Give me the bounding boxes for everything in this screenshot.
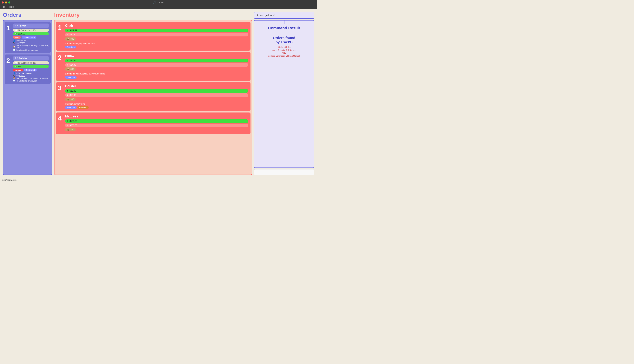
orders-found-subtitle: (Order with thename Charlotte OR Bernice…: [268, 46, 300, 57]
order-date-2: 🕐 13 Oct 2022 <13:12>: [13, 61, 49, 64]
inv-card-3[interactable]: 3 Bolster ⬆ $20.00 ⬇ $10.00 📦 300: [56, 82, 250, 111]
order-address-row-2: 🏠 Blk 11 Ang Mo Kio Street 74, #11-04: [13, 77, 49, 80]
badge-paid-1: Paid: [13, 36, 21, 39]
home-icon: 🏠: [13, 46, 16, 48]
inv-details-4: Mattress ⬆ $500.00 ⬇ $200.00 📦 300: [65, 114, 248, 132]
stock-icon-1: 📦: [67, 38, 70, 40]
inv-details-3: Bolster ⬆ $20.00 ⬇ $10.00 📦 300 Premium …: [65, 84, 248, 109]
result-count-text: 2 order(s) found!: [257, 14, 275, 17]
down-arrow-icon-2: ⬇: [67, 64, 69, 66]
command-input[interactable]: [254, 169, 314, 175]
inv-card-4[interactable]: 4 Mattress ⬆ $500.00 ⬇ $200.00 📦 300: [56, 112, 250, 134]
clock-icon-2: 🕐: [15, 62, 17, 64]
inv-price-high-3: ⬆ $20.00: [65, 89, 248, 93]
orders-found-title: Orders found by TrackO: [268, 36, 300, 44]
inventory-section-title: Inventory: [54, 12, 252, 18]
main-content: Orders 1 4 * Pillow 🕐 12 Oct 2022 <12:15…: [0, 9, 317, 178]
order-price-1: 💵 $119.96: [13, 32, 49, 35]
inv-details-2: Pillow ⬆ $29.99 ⬇ $14.99 📦 300 Ergonomic…: [65, 54, 248, 79]
inv-tag-premium-3: Premium: [78, 106, 89, 109]
command-result-title: Command Result: [268, 26, 300, 30]
inv-price-high-1: ⬆ $149.99: [65, 29, 248, 32]
minimize-button[interactable]: [5, 2, 7, 4]
order-address-row-1: 🏠 Blk 30 Lorong 3 Serangoon Gardens, #07…: [13, 44, 49, 49]
order-price-2: 💵 $60.00: [13, 65, 49, 68]
inv-card-1[interactable]: 1 Chair ⬆ $149.99 ⬇ $80.50 📦 300: [56, 22, 250, 50]
order-number-2: 2: [6, 56, 12, 82]
inv-stock-1: 📦 300: [65, 37, 76, 41]
up-arrow-icon-1: ⬆: [67, 29, 69, 32]
person-icon: 👤: [13, 40, 16, 42]
maximize-button[interactable]: [8, 2, 10, 4]
order-details-2: 3 * Bolster 🕐 13 Oct 2022 <13:12> 💵 $60.…: [13, 56, 49, 82]
titlebar: 🎵 TrackO: [0, 0, 317, 5]
right-panel-inner: 2 order(s) found! Command Result Orders …: [254, 12, 314, 175]
inv-number-2: 2: [58, 54, 63, 79]
traffic-lights: [2, 2, 10, 4]
order-details-1: 4 * Pillow 🕐 12 Oct 2022 <12:15> 💵 $119.…: [13, 24, 49, 51]
money-icon: 💵: [15, 32, 17, 35]
orders-panel: Orders 1 4 * Pillow 🕐 12 Oct 2022 <12:15…: [3, 12, 52, 175]
connector-line: [284, 20, 284, 24]
result-count-box: 2 order(s) found!: [254, 12, 314, 19]
inv-number-1: 1: [58, 24, 63, 48]
order-date-1: 🕐 12 Oct 2022 <12:15>: [13, 29, 49, 32]
phone-icon-2: 📞: [13, 75, 16, 77]
inv-tag-bedroom-3: Bedroom: [65, 106, 76, 109]
inv-desc-1: Carved mahogany wooden chair: [65, 42, 248, 45]
stock-icon-4: 📦: [67, 128, 70, 131]
menubar: File Help: [0, 5, 317, 9]
menu-help[interactable]: Help: [9, 6, 14, 8]
inv-price-low-3: ⬇ $10.00: [65, 94, 248, 97]
inv-tag-furniture: Furniture: [65, 46, 76, 48]
badge-undelivered-1: Undelivered: [22, 36, 36, 39]
inv-name-3: Bolster: [65, 84, 248, 88]
order-name-row-2: 👤 Charlotte Oliveiro: [13, 72, 49, 74]
inv-price-high-2: ⬆ $29.99: [65, 59, 248, 62]
inv-name-1: Chair: [65, 24, 248, 28]
up-arrow-icon-3: ⬆: [67, 90, 69, 92]
person-icon-2: 👤: [13, 72, 16, 74]
inv-desc-2: Ergonomic with recycled polystyrene fill…: [65, 72, 248, 75]
close-button[interactable]: [2, 2, 4, 4]
home-icon-2: 🏠: [13, 77, 16, 80]
order-name-row-1: 👤 Bernice Yu: [13, 40, 49, 42]
email-icon: ✉️: [13, 49, 16, 51]
inv-number-4: 4: [58, 114, 63, 132]
badge-unpaid-2: Unpaid: [13, 69, 23, 72]
footer-path: /data/trackO.json: [2, 179, 16, 181]
order-number-1: 1: [6, 24, 12, 51]
inv-card-2[interactable]: 2 Pillow ⬆ $29.99 ⬇ $14.99 📦 300: [56, 52, 250, 81]
order-phone-row-1: 📞 99272758: [13, 42, 49, 44]
money-icon-2: 💵: [15, 65, 17, 68]
order-card-2[interactable]: 2 3 * Bolster 🕐 13 Oct 2022 <13:12> 💵 $6…: [4, 54, 50, 84]
down-arrow-icon-4: ⬇: [67, 124, 69, 127]
order-card-1[interactable]: 1 4 * Pillow 🕐 12 Oct 2022 <12:15> 💵 $11…: [4, 22, 50, 53]
inv-name-2: Pillow: [65, 54, 248, 58]
order-status-row-2: Unpaid Delivered: [13, 69, 49, 72]
inv-price-low-1: ⬇ $80.50: [65, 33, 248, 36]
order-phone-row-2: 📞 93210283: [13, 75, 49, 77]
inventory-panel: Inventory 1 Chair ⬆ $149.99 ⬇ $80.50 �: [54, 12, 252, 175]
inv-tag-bedroom-2: Bedroom: [65, 76, 76, 79]
menu-file[interactable]: File: [2, 6, 6, 8]
inv-price-high-4: ⬆ $500.00: [65, 120, 248, 123]
inv-stock-3: 📦 300: [65, 98, 76, 101]
right-panel: 2 order(s) found! Command Result Orders …: [254, 12, 314, 175]
inventory-container: 1 Chair ⬆ $149.99 ⬇ $80.50 📦 300: [54, 20, 252, 175]
orders-section-title: Orders: [3, 12, 52, 18]
inv-tags-1: Furniture: [65, 46, 248, 48]
email-icon-2: ✉️: [13, 80, 16, 82]
phone-icon: 📞: [13, 42, 16, 44]
clock-icon: 🕐: [15, 29, 17, 31]
stock-icon-2: 📦: [67, 68, 70, 70]
inv-price-low-4: ⬇ $200.00: [65, 124, 248, 127]
order-status-row-1: Paid Undelivered: [13, 36, 49, 39]
up-arrow-icon-4: ⬆: [67, 120, 69, 122]
inv-name-4: Mattress: [65, 114, 248, 118]
inv-stock-2: 📦 300: [65, 68, 76, 71]
badge-delivered-2: Delivered: [24, 69, 36, 72]
inv-desc-3: Premium cotton filling: [65, 103, 248, 105]
order-item-name-1: 4 * Pillow: [13, 24, 49, 28]
inv-tags-2: Bedroom: [65, 76, 248, 79]
